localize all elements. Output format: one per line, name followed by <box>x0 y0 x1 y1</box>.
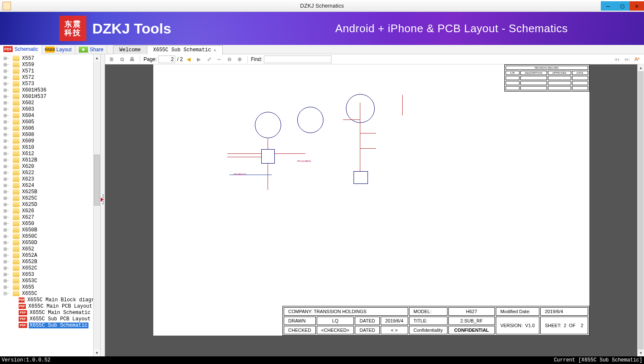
tree-file[interactable]: PDFX655C Sub Schematic <box>3 322 93 328</box>
tree-folder[interactable]: ⊞X557 <box>3 55 93 61</box>
tree-folder[interactable]: ⊞X623 <box>3 176 93 182</box>
tree-folder[interactable]: ⊞X571 <box>3 68 93 74</box>
minimize-button[interactable]: — <box>601 1 615 11</box>
tree-label: X655C Main PCB Layout <box>28 303 93 309</box>
doctab-x655c-sub-schematic[interactable]: X655C Sub Schematic ✕ <box>147 45 223 54</box>
tree-folder[interactable]: ⊞X652 <box>3 246 93 252</box>
prev-page-icon[interactable]: ◀ <box>185 55 193 64</box>
splitter[interactable] <box>101 54 105 356</box>
save-icon[interactable]: 🗎 <box>108 55 116 64</box>
print-icon[interactable]: 🖶 <box>128 55 136 64</box>
file-tree[interactable]: ⊞X557⊞X559⊞X571⊞X572⊞X573⊞X601H536⊞X601H… <box>0 54 93 356</box>
zoom-out-icon[interactable]: ⊖ <box>225 55 234 64</box>
folder-icon <box>13 176 19 182</box>
viewer-toolbar: 🗎 ⧉ 🖶 Page: / 2 ◀ ▶ ⤢ ↔ ⊖ ⊕ Find: ⏮ ⏭ Aᵃ <box>105 54 644 64</box>
tree-label: X612 <box>21 151 35 157</box>
tree-folder[interactable]: ⊞X604 <box>3 112 93 119</box>
tree-file[interactable]: PDFX655C Sub PCB Layout <box>3 316 93 322</box>
status-bar: Version:1.0.0.52 Current [X655C Sub Sche… <box>0 356 644 364</box>
tree-folder[interactable]: ⊞X650B <box>3 227 93 233</box>
tree-folder[interactable]: ⊞X601H537 <box>3 93 93 100</box>
tree-folder[interactable]: ⊞X608 <box>3 131 93 138</box>
sidetab-layout[interactable]: PADS Layout <box>42 45 75 54</box>
tree-folder[interactable]: ⊞X625B <box>3 189 93 195</box>
tree-folder[interactable]: ⊞X622 <box>3 169 93 176</box>
find-prev-icon[interactable]: ⏮ <box>613 55 621 64</box>
sidetab-share[interactable]: ⊕ Share <box>75 45 107 54</box>
viewer-canvas[interactable]: REVISION RECORD LTR DESCRIPTION APPROVED… <box>105 64 637 356</box>
tree-folder[interactable]: ⊞X572 <box>3 74 93 81</box>
copy-icon[interactable]: ⧉ <box>118 55 126 64</box>
maximize-button[interactable]: ▢ <box>615 1 630 11</box>
tree-folder[interactable]: ⊞X652B <box>3 258 93 265</box>
tb-version-label: VERSION: <box>500 323 523 328</box>
viewer-scroll-down-icon[interactable]: ▼ <box>638 350 644 356</box>
tree-folder[interactable]: ⊞X606 <box>3 125 93 131</box>
tree-folder[interactable]: ⊞X650D <box>3 239 93 246</box>
folder-icon <box>13 233 19 239</box>
scroll-down-icon[interactable]: ▼ <box>94 349 100 356</box>
tree-folder[interactable]: ⊞X612B <box>3 157 93 163</box>
revhist-col: DATE <box>572 71 588 75</box>
tree-folder[interactable]: ⊞X602 <box>3 100 93 106</box>
tree-label: X625C <box>21 195 38 201</box>
tree-folder[interactable]: ⊞X653 <box>3 271 93 278</box>
tb-version-value: V1.0 <box>525 323 535 328</box>
tree-folder[interactable]: ⊞X626 <box>3 208 93 214</box>
fit-page-icon[interactable]: ⤢ <box>205 55 213 64</box>
tree-label: X650B <box>21 227 38 233</box>
folder-icon <box>13 202 19 207</box>
tree-folder-open[interactable]: ⊟X655C <box>3 290 93 297</box>
splitter-arrow-icon <box>101 197 103 202</box>
tree-folder[interactable]: ⊞X620 <box>3 163 93 169</box>
tree-label: X626 <box>21 208 35 214</box>
doctab-close-icon[interactable]: ✕ <box>213 47 216 53</box>
find-input[interactable] <box>264 56 332 63</box>
tree-folder[interactable]: ⊞X624 <box>3 182 93 189</box>
tb-conf-value: CONFIDENTIAL <box>448 326 495 334</box>
tree-folder[interactable]: ⊞X559 <box>3 61 93 68</box>
viewer-scroll-thumb[interactable] <box>638 71 644 350</box>
next-page-icon[interactable]: ▶ <box>195 55 203 64</box>
tree-folder[interactable]: ⊞X603 <box>3 106 93 112</box>
tree-folder[interactable]: ⊞X655 <box>3 284 93 290</box>
tree-file[interactable]: PDFX655C Main Block diagram <box>3 297 93 303</box>
tree-folder[interactable]: ⊞X650 <box>3 220 93 227</box>
tree-folder[interactable]: ⊞X610 <box>3 144 93 150</box>
viewer-scrollbar[interactable]: ▲ ▼ <box>637 64 644 356</box>
text-style-icon[interactable]: Aᵃ <box>633 55 641 64</box>
scroll-thumb[interactable] <box>94 155 100 206</box>
viewer-scroll-up-icon[interactable]: ▲ <box>638 64 644 71</box>
sidetab-schematic[interactable]: PDF Schematic <box>0 45 42 54</box>
revhist-col: APPROVED <box>548 71 571 75</box>
tree-folder[interactable]: ⊞X625D <box>3 201 93 208</box>
close-button[interactable]: ✕ <box>630 1 644 11</box>
find-next-icon[interactable]: ⏭ <box>623 55 631 64</box>
tree-label: X652B <box>21 259 38 265</box>
app-icon <box>3 2 11 10</box>
folder-icon <box>13 170 19 175</box>
scroll-up-icon[interactable]: ▲ <box>94 54 100 61</box>
tree-folder[interactable]: ⊞X573 <box>3 81 93 87</box>
page-input[interactable] <box>158 56 175 63</box>
doctab-welcome[interactable]: Welcome <box>113 45 147 54</box>
tree-folder[interactable]: ⊞X652C <box>3 265 93 271</box>
banner: 东震 科技 DZKJ Tools Android + iPhone & PCB … <box>0 12 644 45</box>
folder-icon <box>13 132 19 137</box>
tree-folder[interactable]: ⊞X609 <box>3 138 93 144</box>
fit-width-icon[interactable]: ↔ <box>215 55 224 64</box>
tree-folder[interactable]: ⊞X627 <box>3 214 93 220</box>
zoom-in-icon[interactable]: ⊕ <box>235 55 244 64</box>
tree-folder[interactable]: ⊞X601H536 <box>3 87 93 93</box>
tree-folder[interactable]: ⊞X650C <box>3 233 93 239</box>
tree-file[interactable]: PDFX655C Main PCB Layout <box>3 303 93 309</box>
tree-file[interactable]: PDFX655C Main Schematic <box>3 309 93 316</box>
tree-scrollbar[interactable]: ▲ ▼ <box>93 54 100 356</box>
logo-line1: 东震 <box>64 20 81 28</box>
tree-folder[interactable]: ⊞X605 <box>3 119 93 125</box>
tree-folder[interactable]: ⊞X653C <box>3 278 93 284</box>
tree-folder[interactable]: ⊞X625C <box>3 195 93 201</box>
tb-dated2-label: DATED <box>355 326 379 334</box>
tree-folder[interactable]: ⊞X652A <box>3 252 93 258</box>
tree-folder[interactable]: ⊞X612 <box>3 150 93 157</box>
